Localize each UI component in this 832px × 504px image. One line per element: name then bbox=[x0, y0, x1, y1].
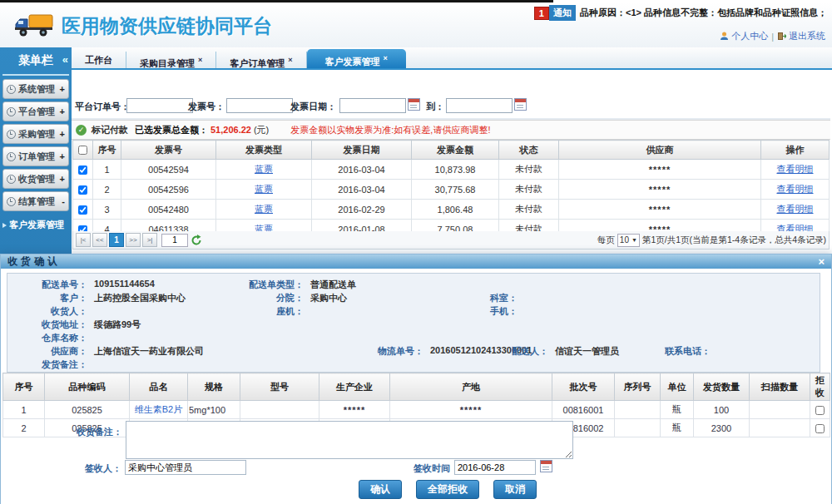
sidebar-item-label: 订单管理 bbox=[18, 151, 55, 163]
table-row: 1 00542594 蓝票 2016-03-04 10,873.98 未付款 *… bbox=[73, 160, 830, 180]
signer-label: 签收人： bbox=[72, 462, 121, 475]
col-header-invoice-no: 发票号 bbox=[121, 141, 216, 160]
info-row: 收货地址： 绥德路99号 bbox=[7, 319, 820, 330]
cell-status: 未付款 bbox=[499, 180, 559, 200]
page-title: 医用物资供应链协同平台 bbox=[62, 13, 272, 39]
sidebar-item-orders[interactable]: 订单管理 + bbox=[2, 146, 69, 166]
next-page-button[interactable]: >> bbox=[126, 233, 141, 247]
cell-status: 未付款 bbox=[499, 200, 559, 220]
cell-no: 3 bbox=[93, 200, 121, 220]
last-page-button[interactable]: >| bbox=[142, 233, 157, 247]
tab-customer-orders[interactable]: 客户订单管理× bbox=[216, 52, 306, 68]
delivery-no-value: 109151144654 bbox=[94, 279, 155, 289]
cell-invoice-no: 00542594 bbox=[121, 160, 216, 180]
sidebar-item-customer-invoice[interactable]: 客户发票管理 bbox=[0, 219, 72, 231]
calendar-icon[interactable] bbox=[514, 98, 527, 111]
invoice-type-link[interactable]: 蓝票 bbox=[255, 164, 273, 174]
logistics-label: 物流单号： bbox=[339, 345, 423, 358]
confirm-button[interactable]: 确认 bbox=[359, 480, 402, 499]
close-tab-icon[interactable]: × bbox=[288, 56, 292, 64]
cell-spec: 5mg*100 bbox=[188, 401, 240, 419]
sidebar-item-label: 系统管理 bbox=[18, 83, 55, 96]
mark-paid-link[interactable]: 标记付款 bbox=[92, 124, 128, 136]
row-checkbox[interactable] bbox=[78, 166, 87, 175]
table-row: 2 00542596 蓝票 2016-03-04 30,775.68 未付款 *… bbox=[73, 180, 830, 200]
reject-checkbox[interactable] bbox=[815, 406, 825, 415]
calendar-icon[interactable] bbox=[408, 98, 420, 111]
record-summary: 第1页/共1页(当前是第1-4条记录，总共4条记录) bbox=[642, 235, 826, 246]
per-page-value: 10 bbox=[620, 235, 629, 245]
current-page-button[interactable]: 1 bbox=[109, 233, 124, 247]
close-tab-icon[interactable]: × bbox=[198, 56, 202, 64]
delivery-type-label: 配送单类型： bbox=[217, 279, 304, 291]
clock-icon bbox=[7, 107, 16, 116]
close-tab-icon[interactable]: × bbox=[384, 54, 388, 62]
calendar-icon[interactable] bbox=[540, 460, 552, 472]
view-detail-link[interactable]: 查看明细 bbox=[777, 184, 814, 194]
invoice-date-to-input[interactable] bbox=[446, 98, 513, 113]
receive-note-textarea[interactable] bbox=[126, 421, 573, 459]
sidebar-item-label: 平台管理 bbox=[18, 106, 55, 118]
view-detail-link[interactable]: 查看明细 bbox=[777, 204, 814, 214]
contact-label: 联系电话： bbox=[652, 345, 711, 358]
row-checkbox[interactable] bbox=[78, 205, 87, 215]
total-amount-unit: (元) bbox=[254, 124, 269, 136]
user-center-link[interactable]: 个人中心 bbox=[720, 30, 768, 42]
sign-time-input[interactable] bbox=[454, 460, 536, 475]
pagination-summary: 每页 10 ▼ 第1页/共1页(当前是第1-4条记录，总共4条记录) bbox=[597, 234, 826, 247]
expand-icon: + bbox=[60, 84, 65, 94]
delivery-info-panel: 配送单号： 109151144654 配送单类型： 普通配送单 客户： 上药控股… bbox=[7, 273, 820, 373]
sidebar-collapse-icon[interactable]: « bbox=[62, 53, 68, 66]
cancel-button[interactable]: 取消 bbox=[493, 480, 537, 499]
cell-amount: 30,775.68 bbox=[412, 180, 499, 200]
col-header-type: 发票类型 bbox=[216, 141, 312, 160]
view-detail-link[interactable]: 查看明细 bbox=[777, 164, 814, 174]
branch-value: 采购中心 bbox=[310, 292, 347, 304]
sidebar-item-system[interactable]: 系统管理 + bbox=[2, 79, 69, 99]
cell-serial bbox=[615, 419, 661, 437]
invoice-type-link[interactable]: 蓝票 bbox=[255, 204, 273, 214]
signer-input[interactable] bbox=[125, 460, 246, 475]
cell-supplier: ***** bbox=[559, 180, 761, 200]
reject-all-button[interactable]: 全部拒收 bbox=[416, 480, 479, 499]
sidebar-item-receiving[interactable]: 收货管理 + bbox=[2, 169, 69, 189]
sidebar-item-procurement[interactable]: 采购管理 + bbox=[2, 124, 69, 144]
invoice-date-from-input[interactable] bbox=[339, 98, 406, 113]
tab-label: 客户订单管理 bbox=[230, 58, 285, 68]
sidebar-title-label: 菜单栏 bbox=[18, 53, 53, 67]
notification-bar[interactable]: 1 通知 品种原因：<1> 品种信息不完整：包括品牌和品种证照信息； bbox=[534, 6, 827, 20]
logout-link[interactable]: 退出系统 bbox=[777, 30, 825, 42]
reject-checkbox[interactable] bbox=[815, 424, 825, 433]
clock-icon bbox=[7, 152, 16, 161]
first-page-button[interactable]: |< bbox=[76, 233, 91, 247]
cell-unit: 瓶 bbox=[661, 419, 694, 437]
item-row: 1 025825 维生素B2片 5mg*100 ***** ***** 0081… bbox=[3, 401, 830, 419]
invoice-table: 序号 发票号 发票类型 发票日期 发票金额 状态 供应商 操作 1 005425… bbox=[72, 140, 830, 240]
clock-icon bbox=[7, 85, 16, 94]
date-to-label: 到： bbox=[426, 101, 444, 113]
delivery-no-label: 配送单号： bbox=[17, 279, 87, 291]
per-page-select[interactable]: 10 ▼ bbox=[617, 234, 640, 247]
tab-workbench[interactable]: 工作台 bbox=[72, 52, 126, 68]
deliverer-label: 配送人： bbox=[483, 345, 548, 358]
notice-bar: ✓ 标记付款 已选发票总金额： 51,206.22 (元) 发票金额以实物发票为… bbox=[72, 120, 830, 140]
refresh-icon[interactable] bbox=[191, 235, 202, 246]
row-checkbox[interactable] bbox=[78, 185, 87, 195]
close-icon[interactable]: × bbox=[818, 255, 825, 268]
invoice-type-link[interactable]: 蓝票 bbox=[255, 184, 273, 194]
submenu-label: 客户发票管理 bbox=[9, 219, 64, 231]
prev-page-button[interactable]: << bbox=[92, 233, 107, 247]
col-manufacturer: 生产企业 bbox=[319, 373, 390, 401]
sidebar-item-platform[interactable]: 平台管理 + bbox=[2, 101, 69, 121]
tab-purchase-catalog[interactable]: 采购目录管理× bbox=[126, 52, 216, 68]
info-row: 收货人： 座机： 手机： bbox=[7, 305, 820, 317]
invoice-no-input[interactable] bbox=[226, 98, 293, 113]
product-name-link[interactable]: 维生素B2片 bbox=[135, 404, 182, 414]
cell-date: 2016-03-04 bbox=[312, 180, 412, 200]
tab-customer-invoices[interactable]: 客户发票管理× bbox=[307, 49, 406, 68]
select-all-checkbox[interactable] bbox=[78, 146, 87, 155]
sidebar-item-settlement[interactable]: 结算管理 - bbox=[2, 191, 69, 211]
cell-unit: 瓶 bbox=[661, 401, 694, 419]
platform-order-input[interactable] bbox=[126, 98, 193, 113]
page-number-input[interactable] bbox=[161, 234, 188, 247]
